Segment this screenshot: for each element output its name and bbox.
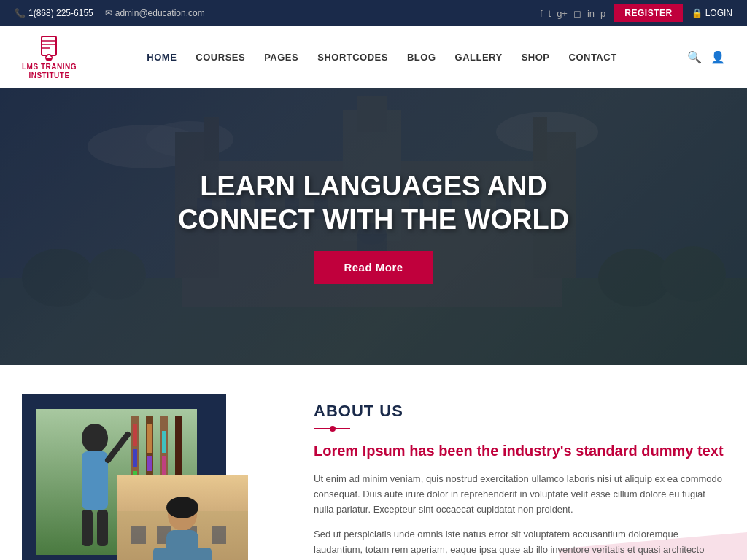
hero-content: LEARN LANGUAGES AND CONNECT WITH THE WOR… xyxy=(163,155,584,298)
svg-rect-52 xyxy=(131,526,146,544)
googleplus-icon[interactable]: g+ xyxy=(557,8,568,19)
student-outdoor-image xyxy=(117,475,248,560)
top-bar: 📞 1(868) 225-6155 ✉ admin@education.com … xyxy=(0,0,747,26)
about-section: ABOUT US Lorem Ipsum has been the indust… xyxy=(0,365,747,560)
main-nav: HOME COURSES PAGES SHORTCODES BLOG GALLE… xyxy=(139,47,624,67)
header: LMS TRANING INSTITUTE HOME COURSES PAGES… xyxy=(0,26,747,88)
nav-home[interactable]: HOME xyxy=(139,47,184,67)
hero-readmore-button[interactable]: Read More xyxy=(314,251,432,284)
top-bar-contact: 📞 1(868) 225-6155 ✉ admin@education.com xyxy=(15,8,205,18)
logo-text: LMS TRANING INSTITUTE xyxy=(22,63,77,80)
logo-icon xyxy=(34,34,63,63)
nav-pages[interactable]: PAGES xyxy=(257,47,306,67)
phone-icon: 📞 xyxy=(15,8,26,18)
svg-rect-60 xyxy=(197,548,212,560)
nav-shortcodes[interactable]: SHORTCODES xyxy=(310,47,395,67)
about-images xyxy=(22,394,285,560)
instagram-icon[interactable]: ◻ xyxy=(573,8,581,19)
nav-contact[interactable]: CONTACT xyxy=(562,47,624,67)
nav-courses[interactable]: COURSES xyxy=(188,47,252,67)
svg-rect-41 xyxy=(147,424,152,453)
svg-rect-57 xyxy=(166,530,198,560)
nav-shop[interactable]: SHOP xyxy=(514,47,557,67)
pinterest-icon[interactable]: p xyxy=(600,8,605,19)
svg-rect-55 xyxy=(212,526,226,544)
about-paragraph-2: Sed ut perspiciatis unde omnis iste natu… xyxy=(314,527,725,560)
email-address: admin@education.com xyxy=(115,8,205,18)
header-util-icons: 🔍 👤 xyxy=(687,50,725,64)
svg-rect-46 xyxy=(82,451,108,510)
about-content: ABOUT US Lorem Ipsum has been the indust… xyxy=(314,394,725,560)
about-label: ABOUT US xyxy=(314,402,725,421)
about-image-secondary xyxy=(117,475,248,560)
about-divider xyxy=(314,428,350,429)
nav-gallery[interactable]: GALLERY xyxy=(448,47,510,67)
svg-point-58 xyxy=(166,497,198,518)
login-button[interactable]: 🔒 LOGIN xyxy=(692,8,732,18)
phone-number: 1(868) 225-6155 xyxy=(28,8,93,18)
hero-section: LEARN LANGUAGES AND CONNECT WITH THE WOR… xyxy=(0,88,747,365)
svg-rect-48 xyxy=(82,510,93,546)
linkedin-icon[interactable]: in xyxy=(587,8,595,19)
logo[interactable]: LMS TRANING INSTITUTE xyxy=(22,34,77,80)
svg-rect-59 xyxy=(153,548,168,560)
svg-point-45 xyxy=(82,424,108,453)
email-icon: ✉ xyxy=(105,8,112,18)
svg-rect-49 xyxy=(97,510,108,546)
svg-rect-43 xyxy=(162,431,166,453)
svg-rect-42 xyxy=(147,456,152,471)
svg-rect-38 xyxy=(133,424,137,446)
about-subtitle: Lorem Ipsum has been the industry's stan… xyxy=(314,441,725,460)
about-paragraph-1: Ut enim ad minim veniam, quis nostrud ex… xyxy=(314,472,725,517)
phone-info: 📞 1(868) 225-6155 xyxy=(15,8,93,18)
lock-icon: 🔒 xyxy=(692,8,703,18)
hero-title: LEARN LANGUAGES AND CONNECT WITH THE WOR… xyxy=(178,170,569,236)
svg-rect-0 xyxy=(42,36,56,55)
user-icon[interactable]: 👤 xyxy=(711,50,725,64)
facebook-icon[interactable]: f xyxy=(540,8,543,19)
register-button[interactable]: REGISTER xyxy=(614,4,682,22)
hero-background: LEARN LANGUAGES AND CONNECT WITH THE WOR… xyxy=(0,88,747,365)
twitter-icon[interactable]: t xyxy=(549,8,551,19)
social-icons: f t g+ ◻ in p xyxy=(540,8,605,19)
top-bar-actions: f t g+ ◻ in p REGISTER 🔒 LOGIN xyxy=(540,4,732,22)
svg-rect-39 xyxy=(133,449,137,467)
nav-blog[interactable]: BLOG xyxy=(400,47,444,67)
search-icon[interactable]: 🔍 xyxy=(687,50,702,64)
login-label: LOGIN xyxy=(705,8,732,18)
email-info: ✉ admin@education.com xyxy=(105,8,205,18)
